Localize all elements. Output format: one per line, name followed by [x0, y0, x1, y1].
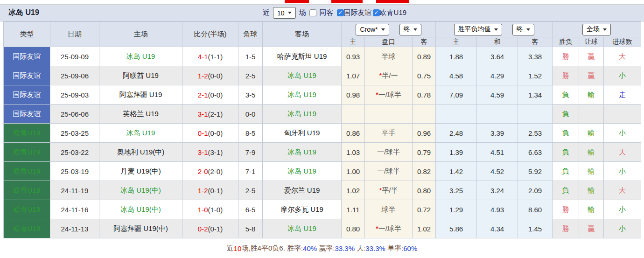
corner-cell: 3-5: [238, 85, 263, 105]
score-cell: 1-2(0-1): [182, 181, 238, 200]
avg-time-select[interactable]: 终: [512, 24, 534, 35]
odds-home-cell: 1.02: [342, 181, 365, 200]
same-away-checkbox[interactable]: [309, 9, 316, 16]
same-away-label: 同客: [320, 8, 334, 17]
recent-label: 近: [263, 8, 270, 17]
recent-count-select[interactable]: 10: [273, 7, 296, 19]
home-team-cell: 英格兰 U19: [99, 105, 182, 124]
avg-draw-cell: 3.39: [477, 124, 518, 143]
avg-draw-cell: 4.52: [477, 162, 518, 181]
odds-away-cell: 0.89: [413, 47, 436, 66]
summary-segment: 近: [227, 244, 234, 253]
home-team-cell: 冰岛 U19(中): [99, 181, 182, 200]
goals-cell: 小: [604, 162, 641, 181]
result-cell: 勝: [553, 219, 579, 238]
summary-segment: 10: [234, 244, 242, 252]
home-team-cell: 冰岛 U19: [99, 124, 182, 143]
avg-draw-cell: 3.64: [477, 47, 518, 66]
summary-segment: 40%: [303, 244, 317, 252]
handicap-cell: 一/球半: [365, 143, 413, 162]
score-fulltime: 1-0: [198, 206, 208, 214]
odds-away-cell: 0.79: [413, 143, 436, 162]
match-row: 欧青U19 24-11-13 阿塞拜疆 U19(中) 0-2(0-1) 5-8 …: [4, 219, 641, 238]
odds-away-cell: 0.96: [413, 124, 436, 143]
home-team-cell: 丹麦 U19(中): [99, 162, 182, 181]
type-badge: 欧青U19: [4, 143, 50, 162]
letball-cell: 贏: [579, 219, 604, 238]
away-team-cell: 冰岛 U19: [263, 85, 342, 105]
odds-time-select[interactable]: 终: [399, 24, 421, 35]
handicap-text: 半/一: [382, 71, 398, 79]
score-halftime: (1-1): [208, 53, 223, 61]
score-halftime: (0-1): [208, 225, 223, 233]
score-cell: 0-1(0-0): [182, 124, 238, 143]
score-fulltime: 3-1: [198, 148, 208, 156]
avg-draw-cell: 4.93: [477, 200, 518, 219]
letball-cell: 輸: [579, 124, 604, 143]
avg-home-cell: 3.25: [436, 181, 477, 200]
euro-u19-checkbox[interactable]: [373, 9, 380, 16]
away-team-cell: 冰岛 U19: [263, 219, 342, 238]
odds-source-select[interactable]: Crow*: [356, 24, 389, 35]
date-cell: 25-09-06: [50, 66, 99, 85]
avg-home-cell: 1.29: [436, 200, 477, 219]
result-cell: 負: [553, 181, 579, 200]
date-cell: 25-03-19: [50, 162, 99, 181]
avg-home-cell: 5.86: [436, 219, 477, 238]
col-header-home: 主场: [99, 22, 182, 47]
score-halftime: (0-0): [208, 91, 223, 99]
avg-draw-cell: [477, 105, 518, 124]
corner-cell: 7-1: [238, 162, 263, 181]
match-row: 欧青U19 25-03-19 丹麦 U19(中) 2-0(2-0) 7-1 冰岛…: [4, 162, 641, 181]
home-team-cell: 阿联酋 U19: [99, 66, 182, 85]
date-cell: 25-09-09: [50, 47, 99, 66]
avg-away-cell: 2.53: [518, 124, 553, 143]
avg-selector-cell: 胜平负均值 终: [436, 22, 553, 37]
odds-selector-cell: Crow* 终: [342, 22, 436, 37]
odds-home-cell: 1.11: [342, 200, 365, 219]
odds-home-cell: 1.07: [342, 66, 365, 85]
chevron-down-icon: [381, 28, 385, 31]
scope-value: 全场: [587, 25, 600, 34]
goals-cell: 大: [604, 47, 641, 66]
type-badge: 欧青U19: [4, 219, 50, 238]
match-row: 欧青U19 25-03-25 冰岛 U19 0-1(0-0) 8-5 匈牙利 U…: [4, 124, 641, 143]
type-badge: 欧青U19: [4, 181, 50, 200]
chevron-down-icon: [494, 28, 498, 31]
top-strip: [0, 0, 644, 5]
letball-cell: 輸: [579, 143, 604, 162]
away-team-cell: 冰岛 U19: [263, 105, 342, 124]
score-cell: 3-1(3-1): [182, 143, 238, 162]
corner-cell: 1-5: [238, 47, 263, 66]
score-fulltime: 4-1: [198, 53, 208, 61]
date-cell: 25-06-06: [50, 105, 99, 124]
home-team-cell: 阿塞拜疆 U19(中): [99, 219, 182, 238]
avg-away-cell: 2.09: [518, 181, 553, 200]
letball-cell: 贏: [579, 47, 604, 66]
avg-type-select[interactable]: 胜平负均值: [454, 24, 502, 35]
score-cell: 1-2(0-0): [182, 66, 238, 85]
handicap-text: 平手: [382, 129, 396, 137]
handicap-text: 一/球半: [377, 167, 400, 175]
corner-cell: 0-0: [238, 105, 263, 124]
col-header-date: 日期: [50, 22, 99, 47]
col-header-corner: 角球: [238, 22, 263, 47]
chevron-down-icon: [288, 12, 292, 14]
score-cell: 1-0(1-0): [182, 200, 238, 219]
away-team-cell: 哈萨克斯坦 U19: [263, 47, 342, 66]
friendly-checkbox[interactable]: [337, 9, 344, 16]
result-cell: 負: [553, 105, 579, 124]
handicap-cell: *一/球半: [365, 85, 413, 105]
score-fulltime: 1-2: [198, 72, 208, 80]
score-halftime: (2-1): [208, 110, 223, 118]
odds-away-cell: 0.75: [413, 66, 436, 85]
scope-select[interactable]: 全场: [582, 24, 611, 35]
odds-home-cell: 1.00: [342, 162, 365, 181]
date-cell: 25-09-03: [50, 85, 99, 105]
sub-header-avg-draw: 和: [477, 37, 518, 47]
avg-home-cell: 1.88: [436, 47, 477, 66]
handicap-cell: *半/一: [365, 66, 413, 85]
match-table: 类型 日期 主场 比分(半场) 角球 客场 Crow* 终: [3, 21, 641, 238]
result-cell: 勝: [553, 47, 579, 66]
summary-footer: 近10场,胜4平0负6, 胜率:40% 赢率:33.3% 大:33.3% 单率:…: [0, 238, 644, 258]
